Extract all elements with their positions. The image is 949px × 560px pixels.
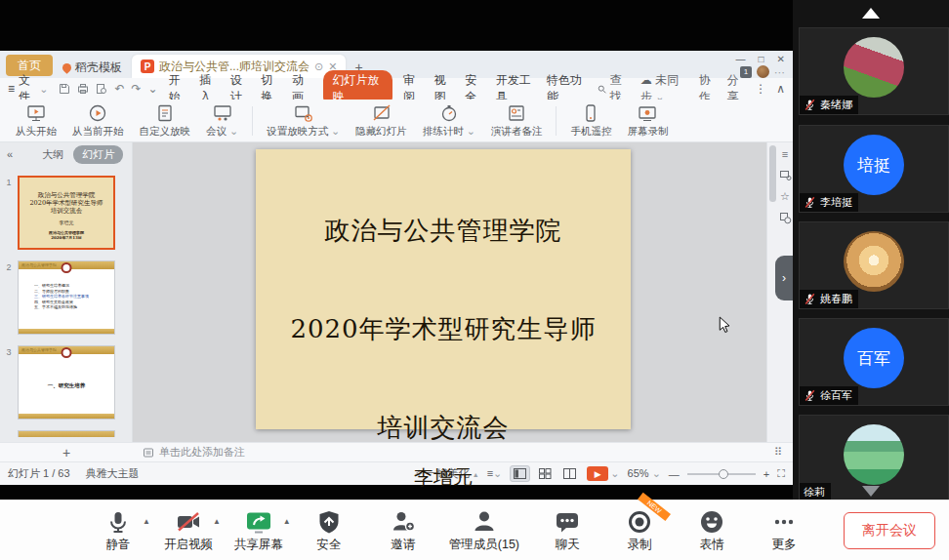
play-from-start-button[interactable]: 从头开始	[8, 103, 64, 139]
shield-icon	[316, 509, 342, 535]
meeting-button[interactable]: 会议 ⌄	[198, 103, 246, 139]
setup-show-label: 设置放映方式 ⌄	[267, 125, 340, 139]
slide-settings-icon[interactable]	[779, 169, 792, 181]
slide-thumbnail-2[interactable]: 政治与公共管理学院 一、研究生培养概况 二、导师应尽的职责 三、研究生培养各环节…	[18, 260, 115, 335]
record-button[interactable]: NEW 录制	[615, 508, 664, 553]
emoji-button[interactable]: 表情	[687, 508, 736, 553]
save-icon[interactable]	[59, 83, 70, 95]
collapse-panel-button[interactable]: «	[7, 148, 13, 160]
slide-counter: 幻灯片 1 / 63	[8, 466, 70, 481]
video-options-chevron[interactable]: ▲	[213, 517, 221, 526]
slide-banner-text: 政治与公共管理学院	[21, 347, 57, 353]
setup-show-button[interactable]: 设置放映方式 ⌄	[259, 103, 348, 139]
play-from-current-button[interactable]: 从当前开始	[64, 103, 132, 139]
close-button[interactable]: ✕	[777, 54, 785, 64]
scroll-up-arrow[interactable]	[862, 8, 880, 19]
hide-slide-label: 隐藏幻灯片	[355, 125, 407, 139]
participant-name: 徐莉	[804, 485, 825, 500]
wps-menu-bar: ≡ 文件 ⌄ ↶ ↷ ⌄ 开始 插入 设计 切换 动画 幻灯片放映	[0, 78, 793, 100]
rehearse-timing-button[interactable]: 排练计时 ⌄	[415, 103, 483, 139]
task-pane-menu-icon[interactable]: ≡	[782, 148, 788, 160]
zoom-slider[interactable]	[687, 473, 756, 475]
vertical-scrollbar-thumb[interactable]	[769, 145, 776, 202]
microphone-icon	[105, 509, 131, 535]
leave-meeting-button[interactable]: 离开会议	[844, 512, 935, 549]
kebab-menu-icon[interactable]: ⋮	[755, 82, 766, 96]
manage-members-button[interactable]: 管理成员(15)	[449, 508, 519, 553]
invite-button[interactable]: 邀请	[379, 508, 428, 553]
fullscreen-icon[interactable]: ⛶	[777, 467, 785, 480]
more-dots-icon	[771, 509, 797, 535]
maximize-button[interactable]: □	[759, 54, 764, 64]
mute-button[interactable]: 静音	[94, 508, 143, 553]
search-icon	[598, 84, 606, 95]
notes-bar: + 单击此处添加备注 ⠿	[0, 442, 793, 461]
phone-remote-button[interactable]: 手机遥控	[562, 103, 619, 139]
hide-slide-button[interactable]: 隐藏幻灯片	[348, 103, 415, 139]
redo-icon[interactable]: ↷	[131, 82, 141, 96]
participant-name: 李培挺	[820, 195, 852, 210]
expand-task-pane-handle[interactable]: ›	[775, 256, 793, 300]
mute-options-chevron[interactable]: ▲	[143, 517, 150, 526]
camera-off-icon	[176, 509, 201, 535]
current-slide[interactable]: 政治与公共管理学院 2020年学术型研究生导师 培训交流会 李增元 政治与公共管…	[256, 149, 631, 429]
slide-thumbnail-3[interactable]: 政治与公共管理学院 一、研究生培养	[18, 345, 115, 420]
participant-tile[interactable]: 姚春鹏	[799, 221, 949, 309]
screen-record-button[interactable]: 屏幕录制	[619, 103, 676, 139]
school-seal-icon	[62, 262, 72, 273]
minimize-button[interactable]: —	[736, 54, 746, 64]
chat-bubble-icon	[555, 509, 580, 535]
participant-tile[interactable]: 培挺 李培挺	[799, 125, 949, 213]
scroll-down-arrow[interactable]	[862, 486, 880, 497]
layout-grid-icon[interactable]: ⠿	[763, 446, 793, 459]
zoom-in-button[interactable]: +	[763, 468, 769, 480]
notes-input[interactable]: 单击此处添加备注	[133, 445, 763, 460]
presenter-notes-button[interactable]: 演讲者备注	[483, 103, 551, 139]
thumb1-title1: 政治与公共管理学院	[20, 191, 113, 199]
start-video-button[interactable]: 开启视频	[164, 508, 213, 553]
zoom-level[interactable]: 65% ⌄	[628, 467, 661, 480]
meeting-app-window: 首页 稻壳模板 P 政治与公共管...师培训交流会 ⊙ ✕ + — □ ✕	[0, 0, 949, 560]
thumb3-title: 一、研究生培养	[19, 381, 114, 389]
undo-icon[interactable]: ↶	[114, 82, 124, 96]
slide-thumbnail-4-partial[interactable]	[18, 430, 115, 437]
share-screen-button[interactable]: 共享屏幕	[234, 508, 283, 553]
zoom-slider-knob[interactable]	[719, 469, 728, 479]
slide-thumbnail-1-selected[interactable]: 政治与公共管理学院 2020年学术型研究生导师 培训交流会 李增元 政治与公共管…	[18, 176, 115, 250]
mic-muted-icon	[804, 389, 816, 402]
security-button[interactable]: 安全	[305, 508, 353, 553]
shapes-icon[interactable]	[779, 212, 792, 224]
share-screen-icon	[246, 509, 271, 535]
beautify-star-icon[interactable]: ☆	[780, 190, 790, 203]
slide-title-line2: 2020年学术型研究生导师	[256, 312, 631, 346]
right-side-strip: ≡ ☆ ›	[766, 142, 793, 442]
smiley-icon	[699, 509, 724, 535]
participant-tile[interactable]: 秦绪娜	[799, 27, 949, 115]
custom-show-button[interactable]: 自定义放映	[132, 103, 199, 139]
person-icon	[472, 509, 497, 535]
slides-tab-active[interactable]: 幻灯片	[73, 145, 123, 164]
zoom-out-button[interactable]: —	[669, 468, 680, 480]
ribbon-divider	[252, 106, 253, 136]
share-options-chevron[interactable]: ▲	[283, 517, 291, 526]
invite-person-icon	[391, 509, 416, 535]
wps-presentation-window: 首页 稻壳模板 P 政治与公共管...师培训交流会 ⊙ ✕ + — □ ✕	[0, 51, 793, 485]
outline-tab[interactable]: 大纲	[42, 147, 63, 162]
theme-name[interactable]: 典雅大主题	[86, 466, 140, 481]
participant-name: 姚春鹏	[820, 292, 852, 306]
tab-docer-templates[interactable]: 稻壳模板	[53, 57, 132, 78]
print-preview-icon[interactable]	[96, 83, 107, 95]
add-slide-button[interactable]: +	[0, 445, 133, 460]
participant-name: 徐百军	[820, 388, 852, 403]
print-icon[interactable]	[77, 83, 89, 95]
participant-avatar-photo	[844, 424, 904, 485]
participant-tile[interactable]: 百军 徐百军	[799, 318, 949, 406]
collapse-ribbon-icon[interactable]: ∧	[776, 82, 785, 96]
thumb1-title2: 2020年学术型研究生导师	[20, 199, 113, 207]
mic-muted-icon	[804, 293, 816, 305]
chat-button[interactable]: 聊天	[543, 508, 592, 553]
record-icon	[627, 509, 652, 535]
slide-editing-canvas[interactable]: 政治与公共管理学院 2020年学术型研究生导师 培训交流会 李增元 政治与公共管…	[133, 142, 766, 442]
qat-chevron-icon[interactable]: ⌄	[148, 82, 158, 96]
more-button[interactable]: 更多	[760, 508, 808, 553]
